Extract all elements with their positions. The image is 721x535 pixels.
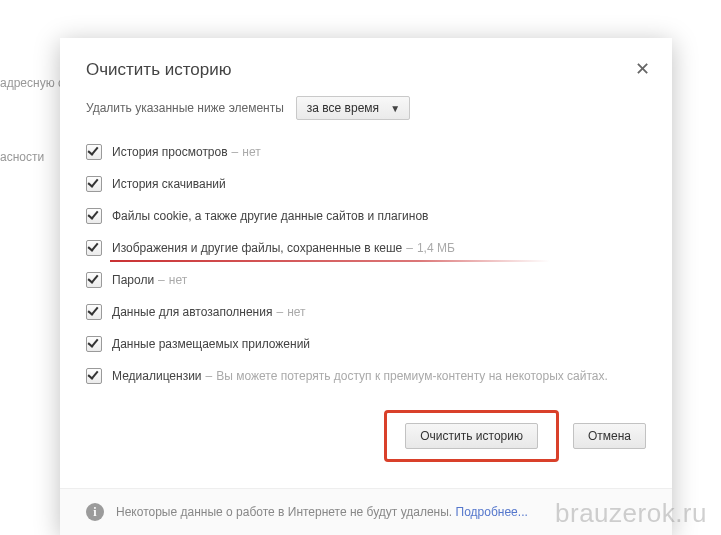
check-row: Файлы cookie, а также другие данные сайт…	[86, 200, 646, 232]
check-hint: нет	[242, 145, 260, 159]
watermark: brauzerok.ru	[555, 498, 707, 529]
clear-history-button[interactable]: Очистить историю	[405, 423, 538, 449]
check-row: Изображения и другие файлы, сохраненные …	[86, 232, 646, 264]
checkbox[interactable]	[86, 336, 102, 352]
check-row-text: Данные размещаемых приложений	[112, 335, 310, 353]
dash: –	[406, 241, 413, 255]
check-row: Пароли–нет	[86, 264, 646, 296]
check-label: История просмотров	[112, 145, 228, 159]
checkbox[interactable]	[86, 240, 102, 256]
red-underline	[110, 260, 550, 262]
check-label: Изображения и другие файлы, сохраненные …	[112, 241, 402, 255]
check-row-text: Медиалицензии–Вы можете потерять доступ …	[112, 367, 608, 385]
clear-history-dialog: Очистить историю ✕ Удалить указанные ниж…	[60, 38, 672, 535]
check-label: История скачиваний	[112, 177, 226, 191]
background-text-1: адресную с	[0, 76, 64, 90]
footer-text: Некоторые данные о работе в Интернете не…	[116, 505, 452, 519]
check-hint: 1,4 МБ	[417, 241, 455, 255]
time-range-button[interactable]: за все время	[296, 96, 410, 120]
cancel-button[interactable]: Отмена	[573, 423, 646, 449]
check-label: Данные для автозаполнения	[112, 305, 272, 319]
check-row-text: Файлы cookie, а также другие данные сайт…	[112, 207, 428, 225]
footer-link[interactable]: Подробнее...	[456, 505, 528, 519]
check-row: Медиалицензии–Вы можете потерять доступ …	[86, 360, 646, 392]
check-hint: Вы можете потерять доступ к премиум-конт…	[216, 369, 608, 383]
footer-text-wrap: Некоторые данные о работе в Интернете не…	[116, 505, 528, 519]
dialog-buttons: Очистить историю Отмена	[60, 400, 672, 488]
dash: –	[276, 305, 283, 319]
checkbox[interactable]	[86, 272, 102, 288]
checkbox[interactable]	[86, 144, 102, 160]
check-row-text: История скачиваний	[112, 175, 226, 193]
dialog-header: Очистить историю ✕	[60, 38, 672, 94]
close-icon[interactable]: ✕	[635, 60, 650, 78]
checklist: История просмотров–нетИстория скачиваний…	[60, 134, 672, 400]
check-label: Медиалицензии	[112, 369, 202, 383]
dash: –	[232, 145, 239, 159]
info-icon: i	[86, 503, 104, 521]
check-label: Пароли	[112, 273, 154, 287]
check-row: История просмотров–нет	[86, 136, 646, 168]
checkbox[interactable]	[86, 208, 102, 224]
checkbox[interactable]	[86, 176, 102, 192]
dialog-title: Очистить историю	[86, 60, 646, 80]
check-row: Данные для автозаполнения–нет	[86, 296, 646, 328]
checkbox[interactable]	[86, 304, 102, 320]
check-row: История скачиваний	[86, 168, 646, 200]
dash: –	[206, 369, 213, 383]
check-row-text: Изображения и другие файлы, сохраненные …	[112, 239, 455, 257]
check-hint: нет	[169, 273, 187, 287]
check-row: Данные размещаемых приложений	[86, 328, 646, 360]
delete-label: Удалить указанные ниже элементы	[86, 101, 284, 115]
time-range-row: Удалить указанные ниже элементы за все в…	[60, 94, 672, 134]
check-label: Файлы cookie, а также другие данные сайт…	[112, 209, 428, 223]
time-range-select[interactable]: за все время ▼	[296, 96, 410, 120]
highlight-box: Очистить историю	[384, 410, 559, 462]
check-row-text: Данные для автозаполнения–нет	[112, 303, 306, 321]
check-row-text: Пароли–нет	[112, 271, 187, 289]
background-text-2: асности	[0, 150, 44, 164]
checkbox[interactable]	[86, 368, 102, 384]
check-label: Данные размещаемых приложений	[112, 337, 310, 351]
check-hint: нет	[287, 305, 305, 319]
dash: –	[158, 273, 165, 287]
check-row-text: История просмотров–нет	[112, 143, 261, 161]
